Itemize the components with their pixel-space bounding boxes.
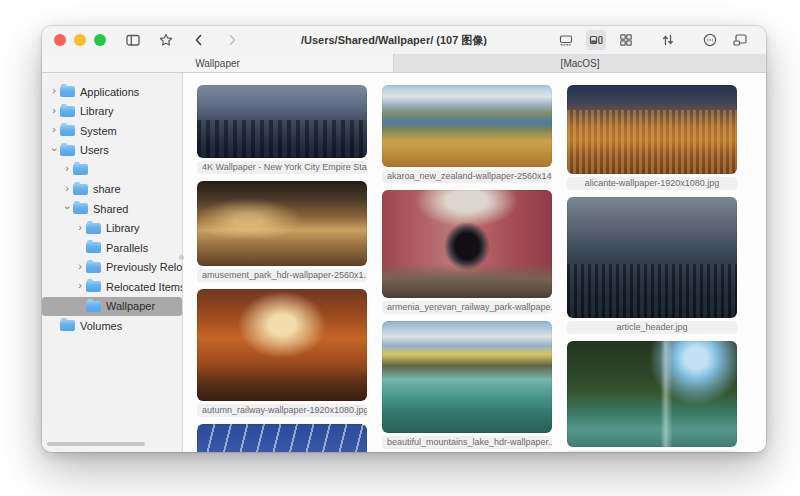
sidebar-item-share[interactable]: › share (42, 180, 182, 200)
image-card[interactable]: alicante-wallpaper-1920x1080.jpg (567, 85, 737, 190)
tab-wallpaper[interactable]: Wallpaper (42, 54, 394, 72)
title-bar[interactable]: /Users/Shared/Wallpaper/ (107 图像) (42, 26, 766, 54)
gallery-view-button[interactable] (586, 30, 606, 50)
favorites-button[interactable] (156, 30, 176, 50)
sidebar-item-label: Library (106, 222, 140, 234)
sidebar-item-previously-relocated[interactable]: › Previously Relocate (42, 258, 182, 278)
file-browser-window: /Users/Shared/Wallpaper/ (107 图像) (42, 26, 766, 452)
image-thumbnail[interactable] (382, 85, 552, 167)
desktop-background: /Users/Shared/Wallpaper/ (107 图像) (0, 0, 800, 496)
image-card[interactable]: akaroa_new_zealand-wallpaper-2560x14... (382, 85, 552, 183)
zoom-button[interactable] (94, 34, 106, 46)
image-thumbnail[interactable] (197, 424, 367, 452)
sidebar-horizontal-scrollbar[interactable] (47, 442, 145, 446)
folder-icon (60, 145, 75, 156)
grid-view-button[interactable] (616, 30, 636, 50)
tab-bar: Wallpaper [MacOS] (42, 54, 766, 73)
image-thumbnail[interactable] (382, 321, 552, 433)
image-grid: 4K Wallpaper - New York City Empire Stat… (183, 73, 766, 452)
image-filename: alicante-wallpaper-1920x1080.jpg (567, 177, 737, 190)
chevron-right-icon[interactable]: › (74, 280, 86, 291)
chevron-right-icon[interactable]: › (48, 105, 60, 116)
close-button[interactable] (54, 34, 66, 46)
image-card[interactable]: autumn_railway-wallpaper-1920x1080.jpg (197, 289, 367, 417)
sidebar-item-wallpaper[interactable]: › Wallpaper (42, 297, 182, 317)
image-thumbnail[interactable] (197, 181, 367, 266)
sidebar-item-label: System (80, 125, 117, 137)
folder-icon (73, 184, 88, 195)
chevron-right-icon[interactable]: › (74, 261, 86, 272)
gallery-view-icon (588, 32, 604, 48)
sidebar-item-shared-library[interactable]: › Library (42, 219, 182, 239)
sidebar-item-label: Parallels (106, 242, 148, 254)
minimize-button[interactable] (74, 34, 86, 46)
sidebar-item-parallels[interactable]: › Parallels (42, 238, 182, 258)
image-thumbnail[interactable] (567, 197, 737, 318)
folder-icon (86, 223, 101, 234)
sidebar-item-system[interactable]: › System (42, 121, 182, 141)
sidebar-item-volumes[interactable]: › Volumes (42, 316, 182, 336)
star-icon (158, 32, 174, 48)
forward-icon (224, 32, 240, 48)
sidebar-item-user-home[interactable]: › (42, 160, 182, 180)
folder-icon (60, 106, 75, 117)
image-card[interactable]: beautiful_waterfall-wallpaper-2560x144..… (567, 341, 737, 452)
desktop-button[interactable] (556, 30, 576, 50)
image-filename: article_header.jpg (567, 321, 737, 334)
image-filename: autumn_railway-wallpaper-1920x1080.jpg (197, 404, 367, 417)
image-thumbnail[interactable] (567, 85, 737, 174)
image-filename: beautiful_waterfall-wallpaper-2560x144..… (567, 450, 737, 452)
image-thumbnail[interactable] (567, 341, 737, 447)
tab-label: [MacOS] (561, 58, 600, 69)
back-button[interactable] (189, 30, 209, 50)
pane-resize-handle[interactable] (179, 255, 184, 260)
image-filename: akaroa_new_zealand-wallpaper-2560x14... (382, 170, 552, 183)
forward-button[interactable] (222, 30, 242, 50)
sidebar-item-applications[interactable]: › Applications (42, 82, 182, 102)
folder-icon (73, 164, 88, 175)
chevron-down-icon[interactable]: › (49, 143, 60, 155)
image-card[interactable]: armenia_yerevan_railway_park-wallpape... (382, 190, 552, 314)
sidebar-item-shared[interactable]: › Shared (42, 199, 182, 219)
image-card[interactable]: article_header.jpg (567, 197, 737, 334)
chevron-right-icon[interactable]: › (61, 183, 73, 194)
image-thumbnail[interactable] (197, 289, 367, 401)
image-card[interactable]: 4K Wallpaper - New York City Empire Stat… (197, 85, 367, 174)
sidebar-item-label: Library (80, 105, 114, 117)
path-title: /Users/Shared/Wallpaper/ (107 图像) (242, 33, 546, 48)
desktop-icon (558, 32, 574, 48)
sort-button[interactable] (658, 30, 678, 50)
image-thumbnail[interactable] (197, 85, 367, 158)
sidebar-item-label: Users (80, 144, 109, 156)
image-filename: 4K Wallpaper - New York City Empire Stat… (197, 161, 367, 174)
chevron-right-icon[interactable]: › (48, 124, 60, 135)
image-card[interactable]: amusement_park_hdr-wallpaper-2560x1... (197, 181, 367, 282)
sidebar-item-library[interactable]: › Library (42, 102, 182, 122)
grid-column: 4K Wallpaper - New York City Empire Stat… (197, 85, 367, 452)
folder-icon (60, 125, 75, 136)
sidebar-toggle-button[interactable] (123, 30, 143, 50)
traffic-lights (54, 34, 106, 46)
new-window-icon (732, 32, 748, 48)
more-button[interactable] (700, 30, 720, 50)
chevron-down-icon[interactable]: › (62, 202, 73, 214)
image-thumbnail[interactable] (382, 190, 552, 298)
sidebar-item-relocated-items[interactable]: › Relocated Items (42, 277, 182, 297)
back-icon (191, 32, 207, 48)
chevron-right-icon[interactable]: › (48, 85, 60, 96)
tab-label: Wallpaper (195, 58, 240, 69)
folder-icon (86, 281, 101, 292)
chevron-right-icon[interactable]: › (61, 163, 73, 174)
sort-icon (660, 32, 676, 48)
image-card[interactable] (197, 424, 367, 452)
sidebar-item-label: Shared (93, 203, 128, 215)
image-filename: beautiful_mountains_lake_hdr-wallpaper..… (382, 436, 552, 449)
sidebar-item-label: Volumes (80, 320, 122, 332)
image-card[interactable]: beautiful_mountains_lake_hdr-wallpaper..… (382, 321, 552, 449)
new-window-button[interactable] (730, 30, 750, 50)
grid-column: akaroa_new_zealand-wallpaper-2560x14... … (382, 85, 552, 452)
sidebar-item-users[interactable]: › Users (42, 141, 182, 161)
chevron-right-icon[interactable]: › (74, 222, 86, 233)
sidebar-item-label: Wallpaper (106, 300, 155, 312)
tab-macos[interactable]: [MacOS] (394, 54, 766, 72)
